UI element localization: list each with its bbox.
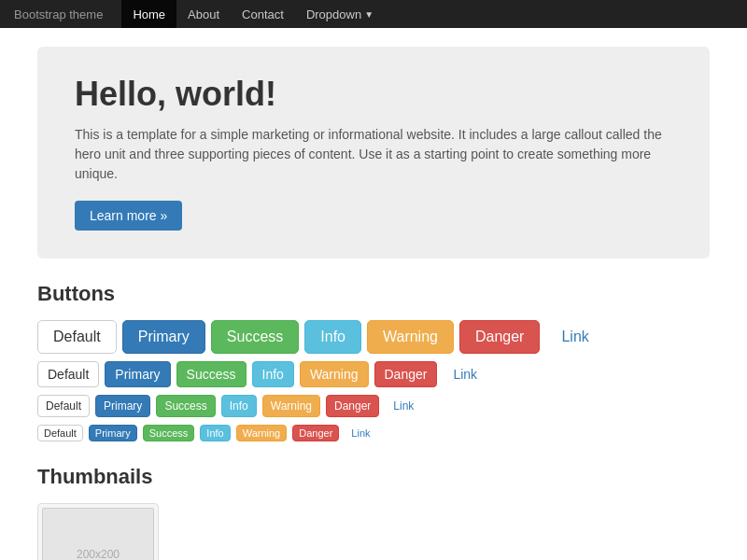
learn-more-button[interactable]: Learn more »	[75, 201, 182, 231]
btn-warning-lg[interactable]: Warning	[367, 320, 454, 354]
btn-danger-md[interactable]: Danger	[374, 361, 438, 387]
btn-warning-md[interactable]: Warning	[300, 361, 369, 387]
navbar: Bootstrap theme Home About Contact Dropd…	[0, 0, 747, 28]
btn-danger-xs[interactable]: Danger	[292, 425, 339, 441]
btn-danger-sm[interactable]: Danger	[326, 395, 379, 417]
btn-warning-sm[interactable]: Warning	[262, 395, 320, 417]
btn-warning-xs[interactable]: Warning	[236, 425, 288, 441]
btn-default-lg[interactable]: Default	[37, 320, 117, 354]
button-row-md: Default Primary Success Info Warning Dan…	[37, 361, 710, 387]
navbar-nav: Home About Contact Dropdown ▼	[121, 0, 385, 28]
btn-primary-sm[interactable]: Primary	[95, 395, 150, 417]
btn-default-md[interactable]: Default	[37, 361, 99, 387]
hero-heading: Hello, world!	[75, 75, 672, 114]
main-container: Hello, world! This is a template for a s…	[23, 28, 724, 560]
hero-unit: Hello, world! This is a template for a s…	[37, 47, 710, 259]
btn-primary-xs[interactable]: Primary	[89, 425, 137, 441]
nav-item-contact[interactable]: Contact	[231, 0, 295, 28]
btn-primary-lg[interactable]: Primary	[122, 320, 205, 354]
btn-info-sm[interactable]: Info	[221, 395, 257, 417]
button-row-sm: Default Primary Success Info Warning Dan…	[37, 395, 710, 417]
buttons-section-title: Buttons	[37, 282, 710, 306]
btn-primary-md[interactable]: Primary	[105, 361, 170, 387]
buttons-section: Buttons Default Primary Success Info War…	[37, 282, 710, 441]
btn-link-sm[interactable]: Link	[385, 395, 422, 417]
btn-success-md[interactable]: Success	[176, 361, 247, 387]
btn-default-sm[interactable]: Default	[37, 395, 90, 417]
nav-link-contact[interactable]: Contact	[231, 0, 295, 28]
button-row-lg: Default Primary Success Info Warning Dan…	[37, 320, 710, 354]
hero-description: This is a template for a simple marketin…	[75, 125, 672, 184]
thumbnail-label: 200x200	[77, 548, 120, 560]
btn-danger-lg[interactable]: Danger	[459, 320, 540, 354]
btn-success-xs[interactable]: Success	[143, 425, 195, 441]
btn-info-xs[interactable]: Info	[200, 425, 230, 441]
thumbnails-section-title: Thumbnails	[37, 465, 710, 489]
nav-item-dropdown[interactable]: Dropdown ▼	[295, 0, 385, 28]
nav-item-about[interactable]: About	[176, 0, 231, 28]
thumbnail-item[interactable]: 200x200	[37, 503, 159, 560]
navbar-brand[interactable]: Bootstrap theme	[14, 7, 103, 21]
btn-default-xs[interactable]: Default	[37, 425, 83, 441]
nav-link-dropdown[interactable]: Dropdown ▼	[295, 0, 385, 28]
btn-link-lg[interactable]: Link	[545, 320, 604, 354]
btn-success-lg[interactable]: Success	[211, 320, 299, 354]
nav-link-home[interactable]: Home	[121, 0, 176, 28]
button-row-xs: Default Primary Success Info Warning Dan…	[37, 425, 710, 441]
btn-info-lg[interactable]: Info	[304, 320, 361, 354]
thumbnail-placeholder: 200x200	[42, 508, 154, 560]
btn-success-sm[interactable]: Success	[156, 395, 215, 417]
thumbnails-section: Thumbnails 200x200	[37, 465, 710, 560]
btn-info-md[interactable]: Info	[252, 361, 294, 387]
btn-link-md[interactable]: Link	[443, 361, 487, 387]
nav-link-about[interactable]: About	[176, 0, 231, 28]
btn-link-xs[interactable]: Link	[345, 425, 376, 441]
nav-item-home[interactable]: Home	[121, 0, 176, 28]
chevron-down-icon: ▼	[364, 9, 374, 20]
